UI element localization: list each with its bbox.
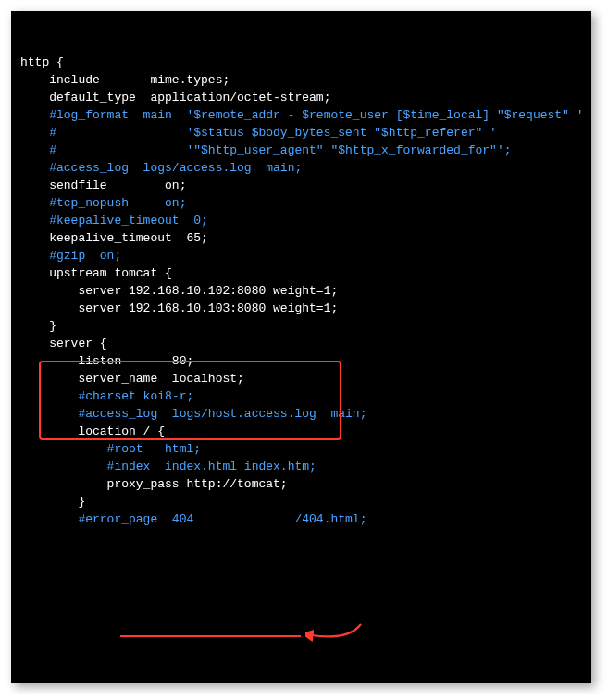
code-line: } (20, 317, 582, 335)
code-line: #tcp_nopush on; (20, 194, 582, 212)
code-line: #error_page 404 /404.html; (20, 510, 582, 528)
code-line: upstream tomcat { (20, 264, 582, 282)
code-lines: http { include mime.types; default_type … (11, 46, 591, 535)
code-line: #gzip on; (20, 247, 582, 264)
code-line: #access_log logs/host.access.log main; (20, 405, 582, 423)
code-line: #keepalive_timeout 0; (20, 212, 582, 229)
code-line: keepalive_timeout 65; (20, 229, 582, 247)
code-line: http { (20, 54, 582, 71)
proxy-pass-underline (120, 635, 301, 637)
code-line: server_name localhost; (20, 370, 582, 387)
code-line: default_type application/octet-stream; (20, 89, 582, 106)
code-line: server 192.168.10.103:8080 weight=1; (20, 300, 582, 317)
code-line: } (20, 493, 582, 510)
code-line: #charset koi8-r; (20, 387, 582, 405)
code-line: location / { (20, 423, 582, 440)
code-line: # '"$http_user_agent" "$http_x_forwarded… (20, 141, 582, 159)
arrow-icon (305, 619, 363, 645)
code-line: #access_log logs/access.log main; (20, 159, 582, 177)
code-line: server { (20, 335, 582, 352)
code-line: sendfile on; (20, 177, 582, 194)
code-line: #root html; (20, 440, 582, 458)
code-line: # '$status $body_bytes_sent "$http_refer… (20, 124, 582, 141)
code-line: #index index.html index.htm; (20, 458, 582, 475)
code-line: server 192.168.10.102:8080 weight=1; (20, 282, 582, 300)
code-line: listen 80; (20, 352, 582, 370)
code-line: #log_format main '$remote_addr - $remote… (20, 106, 582, 124)
code-line: proxy_pass http://tomcat; (20, 475, 582, 493)
code-line: include mime.types; (20, 71, 582, 89)
nginx-config-code-block: http { include mime.types; default_type … (11, 11, 591, 683)
